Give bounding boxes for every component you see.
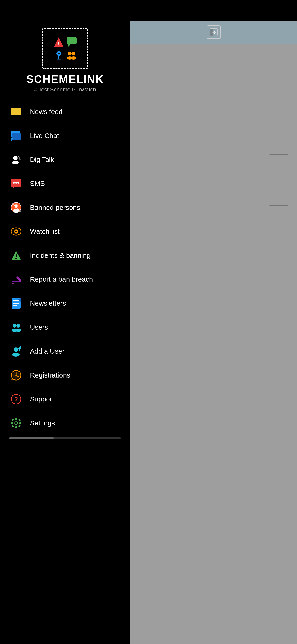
logo-location-icon <box>53 49 64 60</box>
watch-list-icon <box>9 224 23 238</box>
svg-marker-3 <box>68 44 71 47</box>
svg-point-19 <box>19 159 21 160</box>
svg-text:!: ! <box>58 41 60 46</box>
svg-point-49 <box>12 353 20 356</box>
svg-rect-69 <box>11 425 14 427</box>
sidebar-item-sms[interactable]: SMS <box>0 172 130 196</box>
svg-rect-13 <box>12 133 22 140</box>
digitalk-label: DigiTalk <box>30 156 54 164</box>
sidebar-item-report-ban-breach[interactable]: Report a ban breach <box>0 268 130 291</box>
svg-rect-70 <box>18 425 21 427</box>
incidents-banning-label: Incidents & banning <box>30 252 91 259</box>
svg-rect-72 <box>210 28 213 36</box>
svg-point-57 <box>16 374 17 376</box>
sidebar-item-live-chat[interactable]: Live Chat <box>0 124 130 148</box>
svg-point-47 <box>15 329 21 332</box>
svg-point-23 <box>18 182 19 184</box>
svg-rect-2 <box>66 37 77 44</box>
sidebar-item-settings[interactable]: Settings <box>0 411 130 435</box>
svg-point-48 <box>14 347 18 352</box>
sms-icon <box>9 177 23 190</box>
svg-marker-38 <box>11 282 14 284</box>
svg-point-46 <box>16 324 20 328</box>
banned-persons-label: Banned persons <box>30 204 80 212</box>
sidebar-item-users[interactable]: Users <box>0 315 130 339</box>
watch-list-label: Watch list <box>30 228 60 236</box>
logo-users-icon <box>66 49 77 60</box>
sidebar-item-registrations[interactable]: Registrations <box>0 363 130 387</box>
logo-icon-wrapper: ! <box>42 28 88 69</box>
banned-persons-icon <box>9 200 23 214</box>
sidebar-item-digitalk[interactable]: DigiTalk <box>0 148 130 172</box>
svg-rect-41 <box>13 303 19 304</box>
registrations-icon <box>9 368 23 382</box>
svg-point-17 <box>18 156 19 157</box>
users-label: Users <box>30 324 48 331</box>
top-bar <box>0 0 297 21</box>
news-feed-label: News feed <box>30 108 62 116</box>
sidebar: ! <box>0 21 130 644</box>
incidents-banning-icon <box>9 248 23 262</box>
sidebar-item-add-user[interactable]: + Add a User <box>0 339 130 363</box>
users-icon <box>9 320 23 334</box>
logo-area: ! <box>0 21 130 100</box>
svg-rect-42 <box>13 305 18 306</box>
right-panel <box>130 21 297 644</box>
newsletters-label: Newsletters <box>30 300 66 307</box>
svg-point-15 <box>13 156 18 160</box>
registrations-label: Registrations <box>30 371 70 379</box>
svg-point-5 <box>58 52 60 54</box>
svg-point-62 <box>15 422 17 424</box>
logo-chat-icon <box>66 36 77 48</box>
divider-line-1 <box>269 154 288 155</box>
sidebar-item-support[interactable]: ? Support <box>0 387 130 411</box>
sms-label: SMS <box>30 180 45 188</box>
sidebar-item-news-feed[interactable]: News feed <box>0 100 130 124</box>
support-icon: ? <box>9 392 23 406</box>
add-user-label: Add a User <box>30 347 64 355</box>
settings-label: Settings <box>30 419 55 427</box>
app-name: SCHEMELINK <box>26 73 104 86</box>
nav-list: News feed Live Chat <box>0 100 130 435</box>
svg-point-21 <box>13 182 15 184</box>
svg-rect-66 <box>19 422 22 424</box>
sidebar-item-newsletters[interactable]: Newsletters <box>0 291 130 315</box>
scrollbar-track <box>9 438 121 439</box>
svg-marker-24 <box>13 187 15 189</box>
svg-point-9 <box>72 52 75 55</box>
settings-icon <box>9 416 23 430</box>
svg-point-8 <box>68 52 72 55</box>
sidebar-item-banned-persons[interactable]: Banned persons <box>0 196 130 220</box>
divider-line-2 <box>269 205 288 206</box>
svg-point-35 <box>16 258 17 259</box>
news-feed-icon <box>9 105 23 118</box>
logout-button-area <box>130 21 297 44</box>
svg-rect-68 <box>18 419 21 421</box>
svg-rect-34 <box>16 254 16 257</box>
add-user-icon: + <box>9 344 23 358</box>
svg-rect-65 <box>11 422 13 424</box>
svg-rect-63 <box>16 418 17 420</box>
svg-point-44 <box>13 324 16 328</box>
svg-text:?: ? <box>14 396 18 402</box>
sidebar-item-incidents-banning[interactable]: Incidents & banning <box>0 244 130 268</box>
report-ban-breach-icon <box>9 272 23 286</box>
svg-point-22 <box>15 182 17 184</box>
svg-rect-40 <box>13 300 19 301</box>
scrollbar-container[interactable] <box>0 438 130 444</box>
newsletters-icon <box>9 296 23 310</box>
right-content <box>130 44 297 644</box>
live-chat-icon <box>9 129 23 142</box>
svg-point-11 <box>71 56 76 60</box>
logout-button[interactable] <box>207 25 220 39</box>
svg-rect-64 <box>16 426 17 428</box>
live-chat-label: Live Chat <box>30 132 59 140</box>
logo-warning-icon: ! <box>53 36 64 48</box>
svg-point-18 <box>19 157 20 159</box>
digitalk-icon <box>9 153 23 166</box>
svg-point-32 <box>15 230 17 232</box>
support-label: Support <box>30 395 54 403</box>
report-ban-breach-label: Report a ban breach <box>30 276 93 283</box>
svg-point-16 <box>12 161 19 164</box>
sidebar-item-watch-list[interactable]: Watch list <box>0 220 130 244</box>
